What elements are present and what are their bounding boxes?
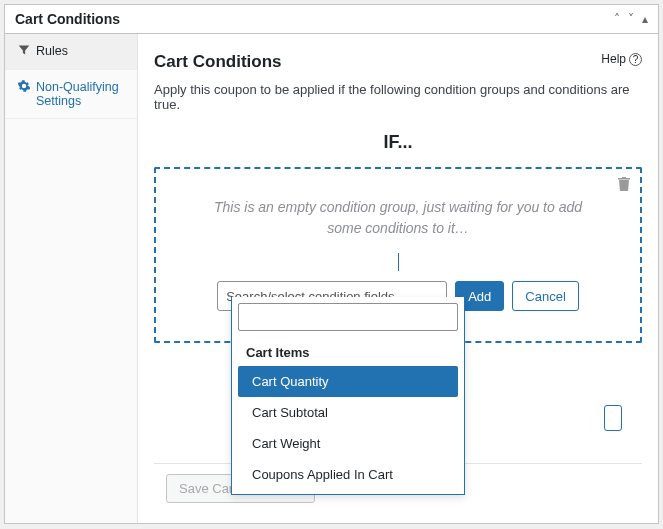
panel-toggle-icon[interactable]: ▴ bbox=[642, 12, 648, 26]
dropdown-option-cart-quantity[interactable]: Cart Quantity bbox=[238, 366, 458, 397]
panel-header-controls: ˄ ˅ ▴ bbox=[614, 12, 648, 26]
dropdown-search-wrap bbox=[232, 297, 464, 337]
help-label: Help bbox=[601, 52, 626, 66]
main-header: Cart Conditions Help ? bbox=[154, 52, 642, 72]
help-link[interactable]: Help ? bbox=[601, 52, 642, 66]
dropdown-list[interactable]: Cart Items Cart Quantity Cart Subtotal C… bbox=[232, 337, 464, 494]
dropdown-option-cart-weight[interactable]: Cart Weight bbox=[238, 428, 458, 459]
sidebar-item-rules[interactable]: Rules bbox=[5, 34, 137, 70]
panel-collapse-up-icon[interactable]: ˄ bbox=[614, 12, 620, 26]
description-text: Apply this coupon to be applied if the f… bbox=[154, 82, 642, 112]
help-icon: ? bbox=[629, 53, 642, 66]
sidebar-item-non-qualifying[interactable]: Non-Qualifying Settings bbox=[5, 70, 137, 119]
gear-icon bbox=[17, 80, 30, 95]
dropdown-option-cart-subtotal[interactable]: Cart Subtotal bbox=[238, 397, 458, 428]
text-caret-icon bbox=[398, 253, 399, 271]
panel-title: Cart Conditions bbox=[15, 11, 120, 27]
sidebar-item-label: Rules bbox=[36, 44, 68, 58]
cancel-button[interactable]: Cancel bbox=[512, 281, 578, 311]
panel-header: Cart Conditions ˄ ˅ ▴ bbox=[5, 5, 658, 34]
dropdown-option-coupons-applied[interactable]: Coupons Applied In Cart bbox=[238, 459, 458, 490]
funnel-icon bbox=[17, 44, 30, 59]
condition-dropdown: Cart Items Cart Quantity Cart Subtotal C… bbox=[231, 297, 465, 495]
sidebar-item-label: Non-Qualifying Settings bbox=[36, 80, 125, 108]
empty-group-message: This is an empty condition group, just w… bbox=[172, 197, 624, 239]
dropdown-group-label: Cart Items bbox=[232, 337, 464, 366]
sidebar: Rules Non-Qualifying Settings bbox=[5, 34, 138, 523]
caret-row bbox=[172, 253, 624, 275]
if-heading: IF... bbox=[154, 132, 642, 153]
dropdown-search-input[interactable] bbox=[238, 303, 458, 331]
main-heading: Cart Conditions bbox=[154, 52, 282, 72]
trash-icon[interactable] bbox=[618, 177, 630, 194]
partial-button[interactable] bbox=[604, 405, 622, 431]
panel-collapse-down-icon[interactable]: ˅ bbox=[628, 12, 634, 26]
